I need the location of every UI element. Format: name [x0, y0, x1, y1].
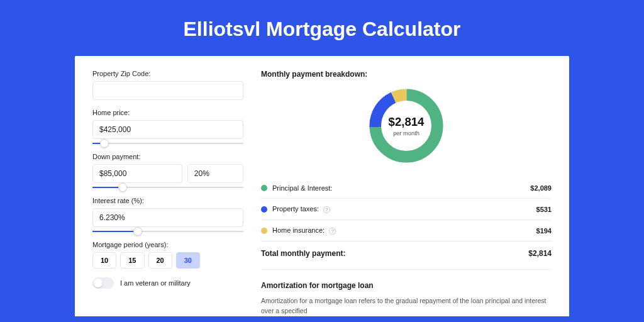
legend-value-insurance: $194 — [536, 227, 552, 235]
period-label: Mortgage period (years): — [92, 241, 243, 248]
interest-slider-fill — [92, 231, 138, 232]
interest-slider-thumb[interactable] — [133, 227, 142, 236]
period-option-20[interactable]: 20 — [148, 252, 172, 269]
down-payment-amount-input[interactable] — [92, 164, 182, 183]
down-payment-group: Down payment: — [92, 153, 243, 188]
zip-group: Property Zip Code: — [92, 70, 243, 100]
amortization-section: Amortization for mortgage loan Amortizat… — [261, 269, 552, 316]
donut-center-sub: per month — [393, 130, 419, 136]
down-payment-slider-thumb[interactable] — [118, 183, 127, 192]
info-icon[interactable]: ? — [323, 206, 330, 213]
legend-label-insurance-text: Home insurance: — [272, 226, 325, 234]
period-group: Mortgage period (years): 10 15 20 30 — [92, 241, 243, 269]
down-payment-slider[interactable] — [92, 187, 243, 188]
amortization-text: Amortization for a mortgage loan refers … — [261, 296, 552, 316]
calculator-card: Property Zip Code: Home price: Down paym… — [75, 56, 569, 316]
donut-svg: $2,814 per month — [365, 85, 447, 167]
total-label: Total monthly payment: — [261, 249, 345, 258]
zip-input[interactable] — [92, 81, 243, 100]
donut-chart: $2,814 per month — [261, 85, 552, 167]
home-price-slider-thumb[interactable] — [100, 139, 109, 148]
form-column: Property Zip Code: Home price: Down paym… — [92, 70, 243, 316]
legend-row-insurance: Home insurance: ? $194 — [261, 219, 552, 241]
dot-icon — [261, 228, 267, 234]
down-payment-label: Down payment: — [92, 153, 243, 160]
legend-row-taxes: Property taxes: ? $531 — [261, 198, 552, 219]
interest-slider[interactable] — [92, 231, 243, 232]
period-options: 10 15 20 30 — [92, 252, 243, 269]
dot-icon — [261, 206, 267, 213]
veteran-label: I am veteran or military — [120, 279, 191, 287]
info-icon[interactable]: ? — [329, 228, 336, 235]
total-row: Total monthly payment: $2,814 — [261, 241, 552, 265]
veteran-toggle-knob — [94, 279, 103, 287]
total-value: $2,814 — [528, 249, 552, 258]
period-option-15[interactable]: 15 — [120, 252, 144, 269]
zip-label: Property Zip Code: — [92, 70, 243, 77]
legend-label-insurance: Home insurance: ? — [272, 226, 336, 235]
interest-label: Interest rate (%): — [92, 197, 243, 204]
legend-value-taxes: $531 — [536, 206, 552, 213]
legend-row-principal: Principal & Interest: $2,089 — [261, 178, 552, 198]
home-price-label: Home price: — [92, 109, 243, 116]
legend-label-taxes: Property taxes: ? — [272, 205, 330, 213]
legend-label-principal: Principal & Interest: — [272, 184, 332, 192]
page-title: Elliotsvl Mortgage Calculator — [0, 0, 644, 56]
down-payment-percent-input[interactable] — [187, 164, 243, 183]
legend-value-principal: $2,089 — [530, 184, 552, 192]
period-option-30[interactable]: 30 — [176, 252, 200, 269]
home-price-group: Home price: — [92, 109, 243, 144]
home-price-input[interactable] — [92, 120, 243, 139]
breakdown-column: Monthly payment breakdown: $2,814 per mo… — [261, 70, 552, 316]
breakdown-title: Monthly payment breakdown: — [261, 70, 552, 79]
home-price-slider[interactable] — [92, 143, 243, 144]
period-option-10[interactable]: 10 — [92, 252, 116, 269]
veteran-row: I am veteran or military — [92, 277, 243, 289]
amortization-title: Amortization for mortgage loan — [261, 281, 552, 290]
donut-center-amount: $2,814 — [389, 115, 425, 128]
interest-input[interactable] — [92, 208, 243, 227]
dot-icon — [261, 185, 267, 191]
veteran-toggle[interactable] — [92, 277, 114, 289]
legend-label-taxes-text: Property taxes: — [272, 205, 319, 213]
interest-group: Interest rate (%): — [92, 197, 243, 232]
